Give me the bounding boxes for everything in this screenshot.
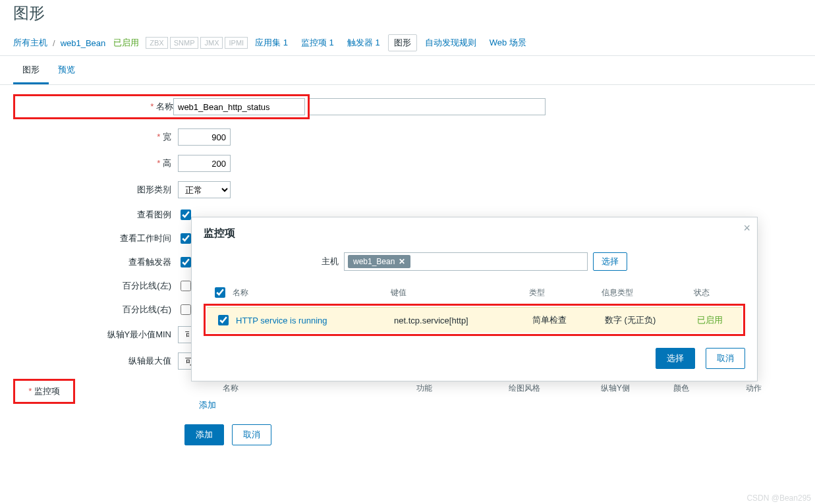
tabs: 图形 预览 bbox=[0, 59, 815, 85]
col-func: 功能 bbox=[416, 383, 509, 394]
percent-right-label: 百分比线(右) bbox=[13, 304, 178, 316]
modal-col-type: 类型 bbox=[529, 287, 602, 298]
modal-cancel-button[interactable]: 取消 bbox=[706, 348, 745, 369]
show-triggers-checkbox[interactable] bbox=[181, 257, 191, 267]
modal-row-checkbox[interactable] bbox=[218, 315, 229, 325]
proto-ipmi: IPMI bbox=[225, 37, 248, 49]
modal-row-info: 数字 (无正负) bbox=[605, 314, 697, 326]
modal-col-key: 键值 bbox=[391, 287, 529, 298]
show-triggers-label: 查看触发器 bbox=[13, 256, 178, 268]
close-icon[interactable]: × bbox=[743, 221, 750, 235]
col-yaxis: 纵轴Y侧 bbox=[601, 383, 673, 394]
nav-triggers[interactable]: 触发器 1 bbox=[347, 37, 380, 49]
modal-table-header: 名称 键值 类型 信息类型 状态 bbox=[204, 281, 745, 304]
add-button[interactable]: 添加 bbox=[184, 424, 224, 445]
name-input[interactable] bbox=[173, 98, 305, 115]
percent-right-checkbox[interactable] bbox=[181, 304, 191, 315]
name-input-ext[interactable] bbox=[310, 98, 546, 115]
modal-select-all-checkbox[interactable] bbox=[215, 287, 225, 298]
page-title: 图形 bbox=[0, 0, 815, 30]
graph-type-label: 图形类别 bbox=[13, 184, 178, 196]
modal-row-name[interactable]: HTTP service is running bbox=[236, 316, 327, 325]
modal-row-status: 已启用 bbox=[697, 315, 723, 325]
host-chip-remove-icon[interactable]: ✕ bbox=[399, 257, 405, 266]
col-draw: 绘图风格 bbox=[509, 383, 601, 394]
proto-jmx: JMX bbox=[200, 37, 223, 49]
nav-items[interactable]: 监控项 1 bbox=[301, 37, 334, 49]
col-action: 动作 bbox=[746, 383, 785, 394]
modal-row-type: 简单检查 bbox=[532, 314, 605, 326]
show-legend-checkbox[interactable] bbox=[181, 210, 191, 220]
name-label: 名称 bbox=[18, 101, 173, 113]
width-label: 宽 bbox=[13, 131, 178, 143]
show-legend-label: 查看图例 bbox=[13, 209, 178, 221]
col-name: 名称 bbox=[186, 383, 416, 394]
nav-discovery[interactable]: 自动发现规则 bbox=[425, 37, 476, 49]
modal-row-key: net.tcp.service[http] bbox=[394, 316, 532, 325]
nav-enabled-badge: 已启用 bbox=[113, 37, 139, 49]
width-input[interactable] bbox=[178, 128, 231, 146]
host-chip[interactable]: web1_Bean✕ bbox=[348, 255, 410, 268]
nav-apps[interactable]: 应用集 1 bbox=[255, 37, 288, 49]
tab-graph[interactable]: 图形 bbox=[13, 59, 49, 84]
items-table-header: 名称 功能 绘图风格 纵轴Y侧 颜色 动作 bbox=[186, 379, 792, 398]
graph-type-select[interactable]: 正常 bbox=[178, 181, 231, 198]
nav-all-hosts[interactable]: 所有主机 bbox=[13, 37, 47, 49]
nav-sep: / bbox=[53, 38, 55, 48]
modal-select-button[interactable]: 选择 bbox=[656, 348, 695, 369]
modal-title: 监控项 bbox=[204, 227, 745, 240]
show-worktime-checkbox[interactable] bbox=[181, 233, 191, 244]
col-color: 颜色 bbox=[673, 383, 746, 394]
host-multiselect[interactable]: web1_Bean✕ bbox=[344, 252, 588, 271]
percent-left-checkbox[interactable] bbox=[181, 281, 191, 291]
modal-item-row[interactable]: HTTP service is running net.tcp.service[… bbox=[207, 307, 742, 333]
modal-col-name: 名称 bbox=[233, 287, 391, 298]
add-item-link[interactable]: 添加 bbox=[199, 399, 216, 411]
nav-graphs-current: 图形 bbox=[388, 34, 417, 51]
modal-col-status: 状态 bbox=[694, 287, 733, 298]
height-label: 高 bbox=[13, 157, 178, 169]
percent-left-label: 百分比线(左) bbox=[13, 280, 178, 292]
modal-col-info: 信息类型 bbox=[602, 287, 694, 298]
proto-snmp: SNMP bbox=[170, 37, 199, 49]
tab-preview[interactable]: 预览 bbox=[49, 59, 84, 84]
ymin-label: 纵轴Y最小值MIN bbox=[13, 329, 178, 341]
height-input[interactable] bbox=[178, 155, 231, 172]
items-modal: × 监控项 主机 web1_Bean✕ 选择 名称 键值 类型 信息类型 状态 bbox=[191, 217, 758, 381]
ymax-label: 纵轴最大值 bbox=[13, 355, 178, 367]
cancel-button[interactable]: 取消 bbox=[232, 424, 271, 445]
host-select-button[interactable]: 选择 bbox=[593, 252, 627, 271]
nav-web[interactable]: Web 场景 bbox=[490, 37, 526, 49]
show-worktime-label: 查看工作时间 bbox=[13, 233, 178, 244]
nav-host[interactable]: web1_Bean bbox=[61, 38, 106, 48]
modal-host-label: 主机 bbox=[322, 256, 339, 267]
breadcrumb: 所有主机 / web1_Bean 已启用 ZBX SNMP JMX IPMI 应… bbox=[0, 30, 815, 56]
proto-zbx: ZBX bbox=[146, 37, 167, 49]
